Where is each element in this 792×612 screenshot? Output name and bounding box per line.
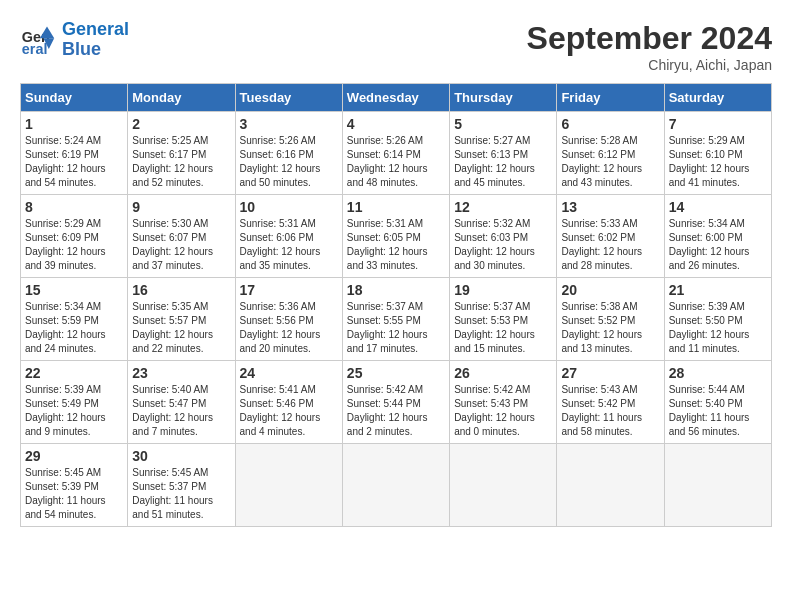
day-number: 17 (240, 282, 338, 298)
location-subtitle: Chiryu, Aichi, Japan (527, 57, 772, 73)
day-info: Sunrise: 5:29 AMSunset: 6:10 PMDaylight:… (669, 134, 767, 190)
calendar-cell: 15 Sunrise: 5:34 AMSunset: 5:59 PMDaylig… (21, 278, 128, 361)
day-info: Sunrise: 5:39 AMSunset: 5:49 PMDaylight:… (25, 383, 123, 439)
day-info: Sunrise: 5:24 AMSunset: 6:19 PMDaylight:… (25, 134, 123, 190)
day-number: 26 (454, 365, 552, 381)
logo: Gen eral General Blue (20, 20, 129, 60)
day-number: 25 (347, 365, 445, 381)
day-info: Sunrise: 5:33 AMSunset: 6:02 PMDaylight:… (561, 217, 659, 273)
day-number: 16 (132, 282, 230, 298)
calendar-cell: 14 Sunrise: 5:34 AMSunset: 6:00 PMDaylig… (664, 195, 771, 278)
day-number: 5 (454, 116, 552, 132)
logo-line1: General (62, 19, 129, 39)
day-header-tuesday: Tuesday (235, 84, 342, 112)
calendar-cell: 4 Sunrise: 5:26 AMSunset: 6:14 PMDayligh… (342, 112, 449, 195)
day-number: 22 (25, 365, 123, 381)
calendar-cell: 5 Sunrise: 5:27 AMSunset: 6:13 PMDayligh… (450, 112, 557, 195)
calendar-cell: 21 Sunrise: 5:39 AMSunset: 5:50 PMDaylig… (664, 278, 771, 361)
calendar-week-row: 15 Sunrise: 5:34 AMSunset: 5:59 PMDaylig… (21, 278, 772, 361)
day-number: 1 (25, 116, 123, 132)
day-number: 28 (669, 365, 767, 381)
day-header-thursday: Thursday (450, 84, 557, 112)
calendar-cell: 24 Sunrise: 5:41 AMSunset: 5:46 PMDaylig… (235, 361, 342, 444)
day-number: 18 (347, 282, 445, 298)
calendar-cell: 30 Sunrise: 5:45 AMSunset: 5:37 PMDaylig… (128, 444, 235, 527)
day-info: Sunrise: 5:28 AMSunset: 6:12 PMDaylight:… (561, 134, 659, 190)
day-number: 19 (454, 282, 552, 298)
calendar-cell: 1 Sunrise: 5:24 AMSunset: 6:19 PMDayligh… (21, 112, 128, 195)
day-info: Sunrise: 5:41 AMSunset: 5:46 PMDaylight:… (240, 383, 338, 439)
day-number: 23 (132, 365, 230, 381)
calendar-cell: 11 Sunrise: 5:31 AMSunset: 6:05 PMDaylig… (342, 195, 449, 278)
day-info: Sunrise: 5:26 AMSunset: 6:14 PMDaylight:… (347, 134, 445, 190)
calendar-cell: 3 Sunrise: 5:26 AMSunset: 6:16 PMDayligh… (235, 112, 342, 195)
calendar-cell: 22 Sunrise: 5:39 AMSunset: 5:49 PMDaylig… (21, 361, 128, 444)
calendar-cell: 26 Sunrise: 5:42 AMSunset: 5:43 PMDaylig… (450, 361, 557, 444)
day-number: 8 (25, 199, 123, 215)
logo-line2: Blue (62, 39, 101, 59)
day-info: Sunrise: 5:29 AMSunset: 6:09 PMDaylight:… (25, 217, 123, 273)
day-header-sunday: Sunday (21, 84, 128, 112)
day-info: Sunrise: 5:37 AMSunset: 5:55 PMDaylight:… (347, 300, 445, 356)
day-header-friday: Friday (557, 84, 664, 112)
logo-icon: Gen eral (20, 22, 56, 58)
day-info: Sunrise: 5:27 AMSunset: 6:13 PMDaylight:… (454, 134, 552, 190)
day-info: Sunrise: 5:36 AMSunset: 5:56 PMDaylight:… (240, 300, 338, 356)
day-number: 4 (347, 116, 445, 132)
day-info: Sunrise: 5:34 AMSunset: 6:00 PMDaylight:… (669, 217, 767, 273)
calendar-cell: 10 Sunrise: 5:31 AMSunset: 6:06 PMDaylig… (235, 195, 342, 278)
day-info: Sunrise: 5:34 AMSunset: 5:59 PMDaylight:… (25, 300, 123, 356)
day-number: 13 (561, 199, 659, 215)
day-header-saturday: Saturday (664, 84, 771, 112)
day-number: 27 (561, 365, 659, 381)
day-info: Sunrise: 5:31 AMSunset: 6:06 PMDaylight:… (240, 217, 338, 273)
calendar-cell: 20 Sunrise: 5:38 AMSunset: 5:52 PMDaylig… (557, 278, 664, 361)
day-number: 11 (347, 199, 445, 215)
day-info: Sunrise: 5:42 AMSunset: 5:44 PMDaylight:… (347, 383, 445, 439)
calendar-cell: 29 Sunrise: 5:45 AMSunset: 5:39 PMDaylig… (21, 444, 128, 527)
day-info: Sunrise: 5:25 AMSunset: 6:17 PMDaylight:… (132, 134, 230, 190)
calendar-cell: 27 Sunrise: 5:43 AMSunset: 5:42 PMDaylig… (557, 361, 664, 444)
day-header-monday: Monday (128, 84, 235, 112)
day-info: Sunrise: 5:32 AMSunset: 6:03 PMDaylight:… (454, 217, 552, 273)
day-number: 9 (132, 199, 230, 215)
title-block: September 2024 Chiryu, Aichi, Japan (527, 20, 772, 73)
day-number: 12 (454, 199, 552, 215)
day-info: Sunrise: 5:45 AMSunset: 5:37 PMDaylight:… (132, 466, 230, 522)
calendar-cell: 18 Sunrise: 5:37 AMSunset: 5:55 PMDaylig… (342, 278, 449, 361)
calendar-header-row: SundayMondayTuesdayWednesdayThursdayFrid… (21, 84, 772, 112)
calendar-cell: 9 Sunrise: 5:30 AMSunset: 6:07 PMDayligh… (128, 195, 235, 278)
calendar-cell (557, 444, 664, 527)
day-number: 24 (240, 365, 338, 381)
calendar-cell (235, 444, 342, 527)
day-number: 2 (132, 116, 230, 132)
day-info: Sunrise: 5:44 AMSunset: 5:40 PMDaylight:… (669, 383, 767, 439)
calendar-cell: 2 Sunrise: 5:25 AMSunset: 6:17 PMDayligh… (128, 112, 235, 195)
day-number: 15 (25, 282, 123, 298)
calendar-cell: 19 Sunrise: 5:37 AMSunset: 5:53 PMDaylig… (450, 278, 557, 361)
day-number: 30 (132, 448, 230, 464)
day-info: Sunrise: 5:42 AMSunset: 5:43 PMDaylight:… (454, 383, 552, 439)
calendar-cell: 17 Sunrise: 5:36 AMSunset: 5:56 PMDaylig… (235, 278, 342, 361)
month-title: September 2024 (527, 20, 772, 57)
day-number: 14 (669, 199, 767, 215)
day-header-wednesday: Wednesday (342, 84, 449, 112)
calendar-cell: 7 Sunrise: 5:29 AMSunset: 6:10 PMDayligh… (664, 112, 771, 195)
day-number: 29 (25, 448, 123, 464)
day-number: 6 (561, 116, 659, 132)
day-info: Sunrise: 5:31 AMSunset: 6:05 PMDaylight:… (347, 217, 445, 273)
calendar-cell: 28 Sunrise: 5:44 AMSunset: 5:40 PMDaylig… (664, 361, 771, 444)
calendar-week-row: 29 Sunrise: 5:45 AMSunset: 5:39 PMDaylig… (21, 444, 772, 527)
day-number: 7 (669, 116, 767, 132)
calendar-cell: 13 Sunrise: 5:33 AMSunset: 6:02 PMDaylig… (557, 195, 664, 278)
day-info: Sunrise: 5:35 AMSunset: 5:57 PMDaylight:… (132, 300, 230, 356)
calendar-week-row: 1 Sunrise: 5:24 AMSunset: 6:19 PMDayligh… (21, 112, 772, 195)
day-number: 21 (669, 282, 767, 298)
day-info: Sunrise: 5:43 AMSunset: 5:42 PMDaylight:… (561, 383, 659, 439)
calendar-cell (664, 444, 771, 527)
calendar-week-row: 22 Sunrise: 5:39 AMSunset: 5:49 PMDaylig… (21, 361, 772, 444)
calendar-week-row: 8 Sunrise: 5:29 AMSunset: 6:09 PMDayligh… (21, 195, 772, 278)
calendar-cell (450, 444, 557, 527)
calendar-cell: 8 Sunrise: 5:29 AMSunset: 6:09 PMDayligh… (21, 195, 128, 278)
calendar-cell: 23 Sunrise: 5:40 AMSunset: 5:47 PMDaylig… (128, 361, 235, 444)
